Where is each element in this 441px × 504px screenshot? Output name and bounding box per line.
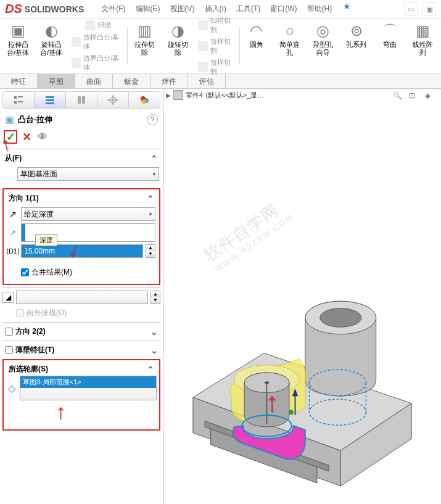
ribbon-boundary-cut[interactable]: 放样切割 [198,58,236,76]
depth-dim-icon: ⟨D1⟩ [7,246,19,257]
from-select[interactable]: 草图基准面 [17,167,159,181]
tab-sketch[interactable]: 草图 [38,74,75,88]
tab-sheetmetal[interactable]: 钣金 [113,74,150,88]
end-condition-select[interactable]: 给定深度 [21,207,155,221]
svg-point-22 [320,308,361,328]
menu-help[interactable]: 帮助(H) [302,1,337,17]
appearance-icon [139,95,150,105]
cancel-button[interactable]: ✕ [20,130,33,144]
panel-tab-property[interactable] [35,92,66,108]
merge-result-checkbox[interactable] [21,268,29,276]
thin-checkbox[interactable] [5,346,13,354]
breadcrumb: ▶ 零件4 (默认<<默认>_显… [166,90,264,100]
tab-weldments[interactable]: 焊件 [150,74,188,88]
breadcrumb-arrow-icon[interactable]: ▶ [166,92,171,99]
ribbon-sweep[interactable]: 扫描 [85,20,111,30]
panel-tab-config[interactable] [66,92,97,108]
contour-icon: ◇ [6,382,17,394]
simple-hole-icon: ○ [280,21,300,41]
menu-view[interactable]: 视图(V) [165,1,200,17]
draft-input[interactable] [16,291,148,304]
qa-open-icon[interactable]: ▣ [422,2,436,16]
part-icon [173,90,183,100]
ribbon-wrap[interactable]: ⌒ 弯曲 [377,21,403,71]
spinner-up[interactable]: ▲ [151,291,160,297]
section-thin: 薄壁特征(T) ⌄ [2,341,160,357]
svg-rect-5 [46,99,54,101]
svg-rect-0 [14,96,17,99]
ribbon-revolve-boss[interactable]: ◐ 旋转凸台/基体 [38,21,64,71]
menu-insert[interactable]: 插入(I) [200,1,231,17]
ribbon-simple-hole[interactable]: ○ 简单直孔 [277,21,303,71]
ribbon-loft-cut[interactable]: 放样切割 [198,37,236,56]
contour-list[interactable]: 草图3-局部范围<1> [20,376,157,400]
svg-point-35 [289,410,294,415]
spinner-down[interactable]: ▼ [146,251,155,257]
loft-icon [72,37,81,47]
quick-access: ▭ ▣ [404,2,441,16]
linear-pattern-icon: ▦ [413,21,433,41]
svg-rect-7 [78,96,81,104]
spinner-down[interactable]: ▼ [151,297,160,304]
main-area: ▣ 凸台-拉伸 ? ✓ ✕ 👁 ↑ 从(F) ⌃ 草图基准面 [0,89,441,504]
contour-item[interactable]: 草图3-局部范围<1> [20,376,156,388]
direction-icon[interactable]: ↗ [7,227,19,238]
view-toolbar: 🔍 ⊡ ◈ [393,91,437,104]
zoom-fit-icon[interactable]: 🔍 [393,91,405,104]
menu-window[interactable]: 窗口(W) [265,1,302,17]
graphics-area[interactable]: ▶ 零件4 (默认<<默认>_显… 🔍 ⊡ ◈ 软件自学网 WWW.RJZXW.… [163,89,441,504]
menu-tools[interactable]: 工具(T) [231,1,265,17]
svg-rect-8 [82,96,85,104]
ribbon-cut-extras: 扫描切割 放样切割 放样切割 [198,21,236,71]
from-header[interactable]: 从(F) ⌃ [2,152,160,165]
selection-indicator [22,224,25,241]
dir2-checkbox[interactable] [5,328,13,336]
qa-new-icon[interactable]: ▭ [404,2,418,16]
draft-icon[interactable]: ◢ [2,292,14,303]
svg-point-14 [141,99,146,104]
dir2-header[interactable]: 方向 2(2) ⌄ [2,325,160,338]
thin-header[interactable]: 薄壁特征(T) ⌄ [2,344,160,357]
ribbon-hole-wizard[interactable]: ◎ 异型孔向导 [310,21,336,71]
breadcrumb-part[interactable]: 零件4 [186,91,203,100]
ribbon-hole-series[interactable]: ⊚ 孔系列 [344,21,369,71]
loft-cut-icon [198,41,207,51]
tab-surface[interactable]: 曲面 [75,74,113,88]
tab-features[interactable]: 特征 [0,74,38,88]
config-icon [76,95,87,105]
zoom-area-icon[interactable]: ⊡ [409,91,421,104]
menu-edit[interactable]: 编辑(E) [131,1,165,17]
contours-header[interactable]: 所选轮廓(S) ⌃ [6,363,157,376]
ribbon-revolve-cut[interactable]: ◑ 旋转切除 [165,21,191,71]
spinner-up[interactable]: ▲ [146,245,155,251]
preview-button[interactable]: 👁 [36,130,49,144]
reverse-direction-icon[interactable]: ↗ [7,209,19,220]
logo-text: SOLIDWORKS [25,4,84,14]
panel-tab-appearance[interactable] [129,92,160,108]
svg-rect-3 [18,101,23,102]
dimxpert-icon [107,95,118,105]
panel-tab-feature-tree[interactable] [3,92,35,108]
panel-tab-dimxpert[interactable] [97,92,129,108]
model-svg [170,262,435,498]
fillet-icon: ◠ [247,21,266,41]
depth-input[interactable] [21,244,143,258]
help-icon[interactable]: ? [147,114,158,125]
menu-file[interactable]: 文件(F) [96,1,130,17]
boundary-icon [72,58,81,68]
blank-icon [4,168,15,180]
dir1-header[interactable]: 方向 1(1) ⌃ [6,192,157,205]
menu-star-icon[interactable]: ★ [343,1,351,17]
ribbon-fillet[interactable]: ◠ 圆角 [244,21,270,71]
ok-button[interactable]: ✓ [4,130,17,144]
view-orient-icon[interactable]: ◈ [425,91,437,104]
ribbon-extrude-boss[interactable]: ▣ 拉伸凸台/基体 [5,21,31,71]
ribbon-loft[interactable]: 放样凸台/基体 [72,33,124,51]
ribbon-sweep-cut[interactable]: 扫描切割 [198,16,236,35]
ribbon-linear-pattern[interactable]: ▦ 线性阵列 [410,21,436,71]
ribbon-boundary[interactable]: 边界凸台/基体 [72,54,124,72]
direction-ref-input[interactable]: 深度 [21,223,155,242]
draft-outward-checkbox[interactable] [16,309,24,317]
svg-rect-1 [18,96,23,97]
ribbon-extrude-cut[interactable]: ▥ 拉伸切除 [131,21,157,71]
